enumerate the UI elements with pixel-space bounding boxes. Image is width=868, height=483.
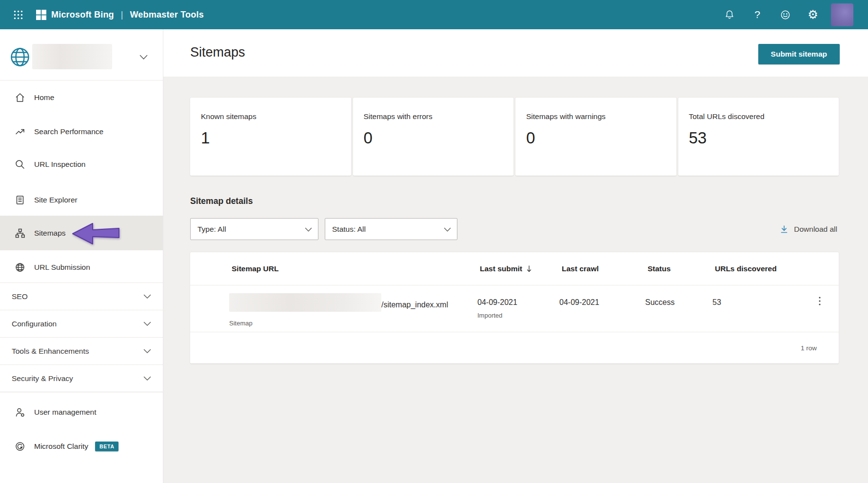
section-label: Security & Privacy [12,374,73,383]
microsoft-logo [36,10,46,20]
cell-sitemap-url: /sitemap_index.xml Sitemap [229,285,477,332]
main-content: Sitemaps Submit sitemap Known sitemaps 1… [163,29,868,483]
submit-note: Imported [477,312,559,319]
table-header-row: Sitemap URL Last submit Last crawl Statu… [190,252,839,285]
page-title-row: Sitemaps Submit sitemap [163,29,868,77]
chevron-down-icon [143,294,151,299]
bell-icon[interactable] [724,9,735,20]
cell-status: Success [645,285,712,332]
stat-value: 1 [201,129,341,147]
magnifier-icon [15,159,25,170]
download-icon [780,225,789,234]
sidebar-sections: SEO Configuration Tools & Enhancements S… [0,282,163,392]
clarity-icon [15,441,25,452]
smiley-icon[interactable] [779,9,791,20]
chevron-down-icon [143,376,151,381]
chevron-down-icon [143,322,151,326]
stats-row: Known sitemaps 1 Sitemaps with errors 0 … [190,98,839,176]
stat-card-sitemaps-with-warnings: Sitemaps with warnings 0 [515,98,676,176]
status-filter-value: Status: All [332,225,366,234]
home-icon [15,92,25,103]
gear-icon[interactable]: ⚙ [807,9,819,20]
sidebar-section-security-privacy[interactable]: Security & Privacy [0,365,163,392]
stat-card-total-urls-discovered: Total URLs discovered 53 [678,98,839,176]
site-selector[interactable] [0,29,163,80]
sidebar-item-site-explorer[interactable]: Site Explorer [0,186,163,214]
stat-label: Sitemaps with warnings [526,112,667,121]
stat-label: Total URLs discovered [689,112,829,121]
download-all-label: Download all [794,225,837,234]
cell-urls-discovered: 53 [712,285,810,332]
type-filter-value: Type: All [197,225,226,234]
beta-badge: BETA [95,442,118,451]
avatar[interactable] [831,3,853,26]
waffle-icon[interactable] [7,0,29,29]
column-header-urls-discovered[interactable]: URLs discovered [715,264,812,273]
product-title: Webmaster Tools [130,10,203,20]
stat-card-known-sitemaps: Known sitemaps 1 [190,98,351,176]
sidebar-item-label: URL Inspection [34,160,85,169]
brand-separator: | [121,10,123,20]
section-label: SEO [12,292,28,301]
stat-label: Known sitemaps [201,112,341,121]
column-header-sitemap-url[interactable]: Sitemap URL [232,264,480,273]
column-header-status[interactable]: Status [648,264,715,273]
submit-sitemap-button[interactable]: Submit sitemap [758,44,840,64]
sidebar: Home Search Performance URL Inspection S… [0,29,163,483]
sidebar-item-search-performance[interactable]: Search Performance [0,118,163,145]
sidebar-item-label: Microsoft Clarity [34,442,88,451]
sidebar-item-home[interactable]: Home [0,84,163,111]
table-footer: 1 row [190,332,839,363]
sidebar-item-label: Sitemaps [34,229,66,238]
sidebar-item-url-inspection[interactable]: URL Inspection [0,151,163,178]
site-name-blurred [32,44,112,69]
globe-icon [15,262,25,273]
stat-label: Sitemaps with errors [364,112,504,121]
document-icon [15,195,25,205]
sidebar-item-user-management[interactable]: User management [0,399,163,426]
sidebar-item-label: Site Explorer [34,196,78,204]
sidebar-item-label: Home [34,93,54,102]
app-header: Microsoft Bing | Webmaster Tools ? ⚙ [0,0,868,29]
sitemap-type-label: Sitemap [229,320,477,327]
stat-value: 53 [689,129,829,147]
chevron-down-icon [139,55,148,60]
sidebar-section-seo[interactable]: SEO [0,283,163,310]
person-icon [15,407,25,418]
table-row[interactable]: /sitemap_index.xml Sitemap 04-09-2021 Im… [190,285,839,332]
type-filter-dropdown[interactable]: Type: All [190,218,318,240]
row-count: 1 row [801,344,817,352]
sidebar-item-url-submission[interactable]: URL Submission [0,254,163,281]
trend-up-icon [15,126,25,137]
sort-descending-icon [526,265,532,273]
cell-last-submit: 04-09-2021 Imported [477,285,559,332]
column-header-last-crawl[interactable]: Last crawl [562,264,648,273]
url-prefix-blurred [229,293,381,312]
brand-title: Microsoft Bing [51,10,114,20]
sidebar-item-label: URL Submission [34,263,90,272]
stat-value: 0 [364,129,504,147]
status-filter-dropdown[interactable]: Status: All [325,218,457,240]
site-globe-icon [10,47,30,67]
sitemap-details-heading: Sitemap details [190,196,253,206]
url-suffix: /sitemap_index.xml [381,301,448,309]
header-actions: ? ⚙ [724,3,853,26]
row-menu-kebab-icon[interactable] [810,291,829,311]
sidebar-section-configuration[interactable]: Configuration [0,310,163,338]
column-header-last-submit[interactable]: Last submit [480,264,562,273]
download-all-button[interactable]: Download all [780,225,837,234]
chevron-down-icon [143,349,151,354]
sitemaps-table: Sitemap URL Last submit Last crawl Statu… [190,252,839,363]
sidebar-item-sitemaps[interactable]: Sitemaps [0,216,163,250]
chevron-down-icon [305,227,312,232]
question-icon[interactable]: ? [751,9,763,20]
filters-row: Type: All Status: All Download all [190,218,837,240]
sidebar-section-tools-enhancements[interactable]: Tools & Enhancements [0,338,163,365]
chevron-down-icon [444,227,451,232]
sidebar-item-microsoft-clarity[interactable]: Microsoft Clarity BETA [0,433,163,460]
sidebar-item-label: Search Performance [34,127,103,136]
sidebar-item-label: User management [34,408,97,417]
section-label: Configuration [12,320,57,328]
stat-value: 0 [526,129,667,147]
page-title: Sitemaps [190,45,245,60]
